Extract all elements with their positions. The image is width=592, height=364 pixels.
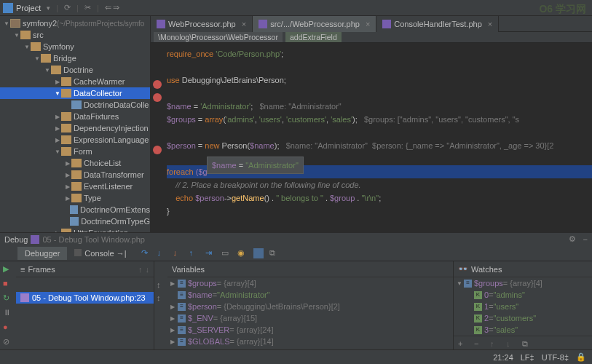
tree-node[interactable]: DoctrineOrmExtens bbox=[0, 204, 150, 215]
stop-icon[interactable]: ■ bbox=[3, 279, 13, 289]
evaluate-icon[interactable]: ▭ bbox=[221, 248, 232, 258]
run-to-cursor-icon[interactable]: ⇥ bbox=[205, 248, 216, 258]
dropdown-icon[interactable]: ▾ bbox=[47, 4, 50, 12]
var-row[interactable]: ≡$name = "Administrator" bbox=[167, 289, 453, 301]
var-row[interactable]: ▶≡$GLOBALS = {array} [14] bbox=[167, 336, 453, 347]
close-icon[interactable]: × bbox=[366, 20, 370, 28]
tab-debugger[interactable]: Debugger bbox=[17, 247, 67, 260]
toolbar-icon[interactable]: ⟳ bbox=[64, 3, 71, 12]
frames-icon: ≡ bbox=[20, 265, 25, 274]
tree-node[interactable]: ▶Type bbox=[0, 192, 150, 204]
copy-icon[interactable]: ⧉ bbox=[522, 339, 531, 348]
restart-icon[interactable]: ↻ bbox=[3, 293, 13, 304]
editor-tab[interactable]: src/.../WebProcessor.php× bbox=[253, 16, 376, 32]
tree-node[interactable]: ▼DataCollector bbox=[0, 87, 150, 99]
project-label[interactable]: Project bbox=[16, 4, 41, 12]
debug-file: 05 - Debug Tool Window.php bbox=[42, 235, 144, 244]
var-row[interactable]: ▶≡$person = {Debugging\JetBrains\Person}… bbox=[167, 301, 453, 312]
pause-icon[interactable]: ⏸ bbox=[3, 308, 13, 318]
nav-down-icon[interactable]: ↓ bbox=[146, 265, 150, 274]
gutter[interactable] bbox=[151, 43, 164, 232]
tree-node[interactable]: ▶ChoiceList bbox=[0, 157, 150, 169]
step-out-icon[interactable]: ↑ bbox=[189, 248, 200, 258]
tree-node[interactable]: ▶CacheWarmer bbox=[0, 76, 150, 87]
tree-node[interactable]: ▶EventListener bbox=[0, 181, 150, 192]
var-row[interactable]: ▶≡$_ENV = {array} [15] bbox=[167, 312, 453, 324]
toolbar-icon[interactable]: ⇒ bbox=[113, 3, 119, 12]
close-icon[interactable]: × bbox=[242, 20, 246, 28]
code-editor[interactable]: require_once 'Code/Person.php'; use Debu… bbox=[151, 43, 592, 232]
gear-icon[interactable]: ⚙ bbox=[569, 234, 576, 244]
frames-header: ≡ Frames ↑ ↓ bbox=[16, 261, 154, 277]
close-icon[interactable]: × bbox=[488, 20, 492, 28]
tree-node[interactable]: ▼Doctrine bbox=[0, 64, 150, 76]
tab-console[interactable]: Console →| bbox=[67, 247, 133, 260]
down-icon[interactable]: ↓ bbox=[506, 339, 515, 348]
status-pos[interactable]: 21:24 bbox=[493, 353, 513, 362]
tree-node[interactable]: DoctrineOrmTypeG bbox=[0, 215, 150, 227]
variables-header: Variables bbox=[167, 261, 453, 277]
project-tree[interactable]: ▼symfony2(~/PhpstormProjects/symfo▼src▼S… bbox=[0, 16, 150, 232]
breakpoint-icon[interactable] bbox=[153, 93, 162, 102]
filter-icon[interactable]: ↕ bbox=[157, 293, 165, 302]
filter-icon[interactable]: ↕ bbox=[157, 280, 165, 289]
step-into-my-icon[interactable]: ↓ bbox=[173, 248, 183, 258]
watches-title: Watches bbox=[471, 265, 502, 274]
variables-tree[interactable]: ▶≡$groups = {array} [4]≡$name = "Adminis… bbox=[167, 277, 453, 347]
add-watch-icon[interactable]: + bbox=[458, 339, 467, 348]
view-bp-icon[interactable]: ● bbox=[3, 323, 13, 333]
settings-icon[interactable]: ◉ bbox=[237, 248, 248, 258]
editor-tab[interactable]: ConsoleHandlerTest.php× bbox=[376, 16, 499, 32]
var-row[interactable]: K0 = "admins" bbox=[454, 289, 592, 301]
var-row[interactable]: K3 = "sales" bbox=[454, 324, 592, 336]
layout-icon[interactable] bbox=[253, 248, 264, 258]
tree-node[interactable]: ▶DataFixtures bbox=[0, 111, 150, 122]
remove-watch-icon[interactable]: − bbox=[474, 339, 483, 348]
debug-title: Debug bbox=[4, 235, 28, 244]
step-into-icon[interactable]: ↓ bbox=[157, 248, 167, 258]
step-over-icon[interactable]: ↷ bbox=[141, 248, 151, 258]
tree-node[interactable]: ▼Form bbox=[0, 146, 150, 157]
status-enc[interactable]: UTF-8‡ bbox=[542, 353, 569, 362]
resume-icon[interactable]: ▶ bbox=[3, 264, 13, 274]
up-icon[interactable]: ↑ bbox=[490, 339, 499, 348]
watches-toolbar: + − ↑ ↓ ⧉ bbox=[454, 336, 592, 350]
project-icon bbox=[3, 3, 13, 13]
tree-node[interactable]: ▼symfony2(~/PhpstormProjects/symfo bbox=[0, 17, 150, 29]
lock-icon[interactable]: 🔒 bbox=[576, 352, 586, 362]
project-sidebar: ▼symfony2(~/PhpstormProjects/symfo▼src▼S… bbox=[0, 16, 151, 232]
tree-node[interactable]: ▶DataTransformer bbox=[0, 169, 150, 181]
console-icon bbox=[74, 249, 82, 256]
var-row[interactable]: K1 = "users" bbox=[454, 301, 592, 312]
toolbar-icon[interactable]: ⇐ bbox=[105, 3, 111, 12]
copy-icon[interactable]: ⧉ bbox=[269, 248, 280, 258]
frame-row[interactable]: 05 - Debug Tool Window.php:23 bbox=[16, 292, 154, 304]
var-row[interactable]: ▶≡$groups = {array} [4] bbox=[167, 277, 453, 289]
var-row[interactable]: ▶≡$_SERVER = {array} [24] bbox=[167, 324, 453, 336]
tree-node[interactable]: ▶HttpFoundation bbox=[0, 227, 150, 232]
tree-node[interactable]: ▶DependencyInjection bbox=[0, 122, 150, 134]
var-row[interactable]: ▼≡$groups = {array} [4] bbox=[454, 277, 592, 289]
tree-node[interactable]: ▼Symfony bbox=[0, 41, 150, 52]
tree-node[interactable]: ▶ExpressionLanguage bbox=[0, 134, 150, 146]
tree-node[interactable]: ▼Bridge bbox=[0, 52, 150, 64]
tree-node[interactable]: ▼src bbox=[0, 29, 150, 41]
watermark-logo: O6 学习网 bbox=[539, 3, 586, 16]
minimize-icon[interactable]: − bbox=[583, 235, 588, 244]
frame-label: 05 - Debug Tool Window.php:23 bbox=[32, 293, 146, 302]
var-row[interactable]: K2 = "customers" bbox=[454, 312, 592, 324]
breadcrumb-ns[interactable]: \Monolog\Processor\WebProcessor bbox=[154, 32, 283, 42]
watches-tree[interactable]: ▼≡$groups = {array} [4]K0 = "admins"K1 =… bbox=[454, 277, 592, 336]
breakpoint-icon[interactable] bbox=[153, 146, 162, 154]
tree-node[interactable]: DoctrineDataColle bbox=[0, 99, 150, 111]
nav-up-icon[interactable]: ↑ bbox=[138, 265, 143, 274]
editor-tab[interactable]: WebProcessor.php× bbox=[151, 16, 253, 32]
breakpoint-icon[interactable] bbox=[153, 80, 162, 89]
toolbar-icon[interactable]: ✂ bbox=[84, 3, 91, 12]
status-bar: 21:24 LF‡ UTF-8‡ 🔒 bbox=[0, 349, 592, 364]
breadcrumb-method[interactable]: addExtraField bbox=[285, 32, 342, 42]
mute-bp-icon[interactable]: ⊘ bbox=[3, 337, 13, 347]
watches-panel: 👓 Watches ▼≡$groups = {array} [4]K0 = "a… bbox=[454, 261, 592, 350]
debug-body: ▶ ■ ↻ ⏸ ● ⊘ ≡ Frames ↑ ↓ 05 - Debug Tool… bbox=[0, 261, 592, 350]
status-lf[interactable]: LF‡ bbox=[521, 353, 534, 362]
